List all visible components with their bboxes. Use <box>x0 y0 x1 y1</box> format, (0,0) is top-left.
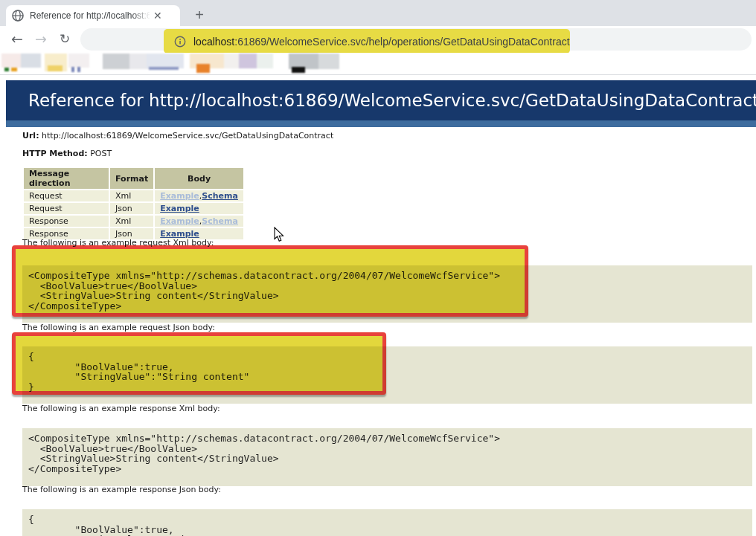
col-body: Body <box>155 168 243 189</box>
tab-title: Reference for http://localhost:618 <box>30 10 150 21</box>
bookmarks-bar[interactable] <box>0 53 756 74</box>
url-text[interactable]: localhost:61869/WelcomeService.svc/help/… <box>193 36 570 48</box>
direction-cell: Request <box>24 203 109 214</box>
redacted-bookmark-block <box>149 67 179 70</box>
highlight-annotation-request-json <box>12 332 386 395</box>
browser-window: Reference for http://localhost:618 ✕ + ←… <box>0 0 756 536</box>
address-bar[interactable]: localhost:61869/WelcomeService.svc/help/… <box>80 28 752 51</box>
browser-tab[interactable]: Reference for http://localhost:618 ✕ <box>6 5 180 26</box>
redacted-bookmark-block <box>196 64 210 73</box>
globe-favicon-icon <box>12 10 24 22</box>
highlight-annotation-request-xml <box>12 245 528 317</box>
body-cell: Example,Schema <box>155 216 243 227</box>
redacted-bookmark-block <box>147 54 184 68</box>
response-json-label: The following is an example response Jso… <box>22 485 221 494</box>
table-header-row: Message direction Format Body <box>24 168 243 189</box>
tab-close-icon[interactable]: ✕ <box>153 10 162 22</box>
toolbar-divider <box>0 74 756 75</box>
table-row: Request Json Example <box>24 203 243 214</box>
url-line: Url: http://localhost:61869/WelcomeServi… <box>22 131 333 141</box>
redacted-bookmark-block <box>77 67 80 72</box>
http-method-label: HTTP Method: <box>22 149 88 158</box>
table-row: Request Xml Example,Schema <box>24 190 243 201</box>
page-info-icon[interactable] <box>174 36 186 48</box>
url-path: :61869/WelcomeService.svc/help/operation… <box>234 36 569 48</box>
message-formats-table: Message direction Format Body Request Xm… <box>22 167 245 241</box>
response-xml-label: The following is an example response Xml… <box>22 404 220 413</box>
url-label: Url: <box>22 131 39 141</box>
example-link[interactable]: Example <box>160 191 199 201</box>
new-tab-button[interactable]: + <box>189 6 210 25</box>
redacted-bookmark-block <box>21 54 41 68</box>
page-title: Reference for http://localhost:61869/Wel… <box>6 80 756 120</box>
redacted-bookmark-block <box>71 67 74 72</box>
mouse-cursor <box>274 227 284 245</box>
schema-link[interactable]: Schema <box>202 216 238 226</box>
http-method-value: POST <box>90 149 112 158</box>
format-cell: Xml <box>110 216 153 227</box>
url-value: http://localhost:61869/WelcomeService.sv… <box>42 131 333 141</box>
format-cell: Xml <box>110 190 153 201</box>
col-message-direction: Message direction <box>24 168 109 189</box>
redacted-bookmark-block <box>318 54 339 69</box>
request-json-label: The following is an example request Json… <box>22 323 215 332</box>
redacted-bookmark-block <box>68 54 89 68</box>
redacted-bookmark-block <box>292 67 305 73</box>
direction-cell: Response <box>24 216 109 227</box>
page-title-strip <box>6 120 756 127</box>
table-row: Response Xml Example,Schema <box>24 216 243 227</box>
response-xml-code: <CompositeType xmlns="http://schemas.dat… <box>22 428 752 486</box>
redacted-bookmark-block <box>1 54 21 68</box>
forward-button[interactable]: → <box>30 26 52 53</box>
redacted-bookmark-block <box>224 54 239 68</box>
back-button[interactable]: ← <box>6 26 28 53</box>
redacted-bookmark-block <box>103 54 129 69</box>
tab-strip: Reference for http://localhost:618 ✕ + <box>0 0 756 26</box>
url-host: localhost <box>193 36 234 48</box>
body-cell: Example <box>155 203 243 214</box>
format-cell: Json <box>110 203 153 214</box>
schema-link[interactable]: Schema <box>202 191 238 201</box>
redacted-bookmark-block <box>48 65 63 71</box>
response-json-code: { "BoolValue":true, "StringValue":"Strin… <box>22 509 752 536</box>
http-method-line: HTTP Method: POST <box>22 149 112 158</box>
redacted-bookmark-block <box>257 54 273 68</box>
redacted-bookmark-block <box>11 68 17 71</box>
redacted-bookmarks <box>0 53 756 74</box>
redacted-bookmark-block <box>4 68 9 71</box>
url-highlight-annotation: localhost:61869/WelcomeService.svc/help/… <box>164 29 570 54</box>
browser-toolbar: ← → ↻ localhost:61869/WelcomeService.svc… <box>0 26 756 53</box>
reload-button[interactable]: ↻ <box>54 26 76 53</box>
body-cell: Example,Schema <box>155 190 243 201</box>
direction-cell: Request <box>24 190 109 201</box>
example-link[interactable]: Example <box>160 216 199 226</box>
redacted-bookmark-block <box>239 54 257 68</box>
example-link[interactable]: Example <box>160 204 199 213</box>
col-format: Format <box>110 168 153 189</box>
